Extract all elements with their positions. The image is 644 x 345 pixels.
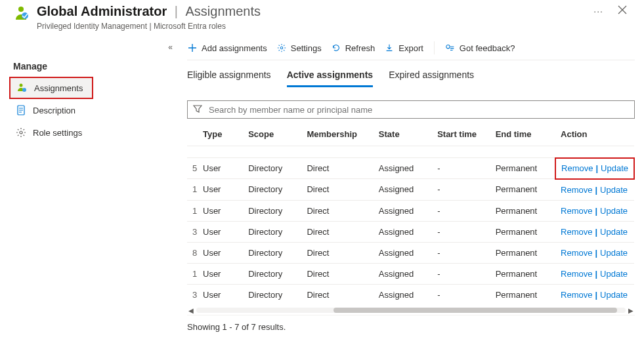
update-link[interactable]: Update — [600, 206, 628, 216]
export-button[interactable]: Export — [384, 43, 423, 53]
results-count: Showing 1 - 7 of 7 results. — [187, 315, 635, 332]
more-menu[interactable]: ··· — [591, 6, 606, 16]
cell-scope: Directory — [243, 242, 301, 263]
remove-link[interactable]: Remove — [561, 206, 592, 216]
col-scope[interactable]: Scope — [243, 123, 301, 146]
sidebar-item-role-settings[interactable]: Role settings — [9, 121, 181, 144]
cell-end: Permanent — [490, 221, 555, 242]
col-membership[interactable]: Membership — [301, 123, 373, 146]
remove-link[interactable]: Remove — [561, 269, 592, 279]
update-link[interactable]: Update — [600, 269, 628, 279]
horizontal-scrollbar[interactable]: ◀ ▶ — [187, 306, 635, 315]
toolbar-label: Refresh — [345, 43, 376, 53]
remove-link[interactable]: Remove — [561, 248, 592, 258]
cell-end: Permanent — [490, 179, 555, 201]
table-row[interactable]: 8UserDirectoryDirectAssigned-PermanentRe… — [187, 242, 634, 263]
tab-expired[interactable]: Expired assignments — [389, 70, 474, 87]
scroll-thumb[interactable] — [333, 308, 617, 313]
cell-scope: Directory — [243, 221, 301, 242]
cell-action: Remove|Update — [555, 158, 634, 179]
cell-scope: Directory — [243, 200, 301, 221]
cell-type: User — [198, 200, 243, 221]
page-title: Assignments — [186, 4, 261, 18]
add-assignments-button[interactable]: Add assignments — [187, 43, 267, 53]
scroll-right-icon[interactable]: ▶ — [627, 307, 635, 314]
update-link[interactable]: Update — [601, 163, 628, 173]
document-icon — [16, 105, 26, 115]
cell-membership: Direct — [301, 263, 373, 284]
feedback-icon — [445, 43, 456, 53]
cell-start: - — [432, 200, 490, 221]
sidebar-item-label: Assignments — [34, 83, 83, 93]
gear-icon — [276, 43, 287, 53]
cell-membership: Direct — [301, 221, 373, 242]
sidebar-item-assignments[interactable]: Assignments — [9, 77, 93, 99]
table-row[interactable]: 3UserDirectoryDirectAssigned-PermanentRe… — [187, 284, 634, 305]
row-index: 3 — [187, 221, 198, 242]
collapse-sidebar-icon[interactable]: « — [168, 43, 173, 52]
table-row[interactable]: 1UserDirectoryDirectAssigned-PermanentRe… — [187, 200, 634, 221]
role-title: Global Administrator — [37, 4, 167, 18]
refresh-button[interactable]: Refresh — [331, 43, 376, 53]
cell-scope: Directory — [243, 284, 301, 305]
cell-membership: Direct — [301, 242, 373, 263]
blade-header: Global Administrator | Assignments Privi… — [0, 0, 644, 35]
cell-end: Permanent — [490, 242, 555, 263]
cell-start: - — [432, 221, 490, 242]
sidebar-section-manage: Manage — [9, 52, 181, 77]
svg-point-0 — [18, 7, 24, 12]
table-row[interactable]: 3UserDirectoryDirectAssigned-PermanentRe… — [187, 221, 634, 242]
row-index: 1 — [187, 263, 198, 284]
page-title-line: Global Administrator | Assignments — [37, 4, 591, 19]
table-row[interactable]: 5UserDirectoryDirectAssigned-PermanentRe… — [187, 158, 634, 179]
cell-end: Permanent — [490, 263, 555, 284]
cell-end: Permanent — [490, 158, 555, 179]
remove-link[interactable]: Remove — [561, 185, 592, 195]
cell-start: - — [432, 179, 490, 201]
sidebar: « Manage Assignments — [0, 35, 181, 345]
col-state[interactable]: State — [374, 123, 432, 146]
cell-scope: Directory — [243, 263, 301, 284]
cell-membership: Direct — [301, 158, 373, 179]
update-link[interactable]: Update — [600, 248, 628, 258]
remove-link[interactable]: Remove — [561, 163, 593, 173]
settings-button[interactable]: Settings — [276, 43, 322, 53]
sidebar-item-label: Description — [33, 106, 75, 115]
cell-type: User — [198, 158, 243, 179]
cell-start: - — [432, 158, 490, 179]
search-input-wrapper[interactable] — [187, 100, 635, 119]
table-row[interactable]: 1UserDirectoryDirectAssigned-PermanentRe… — [187, 263, 634, 284]
search-input[interactable] — [207, 104, 629, 115]
table-row[interactable]: 1UserDirectoryDirectAssigned-PermanentRe… — [187, 179, 634, 201]
cell-state: Assigned — [374, 221, 432, 242]
col-action[interactable]: Action — [555, 123, 634, 146]
tab-active[interactable]: Active assignments — [287, 70, 374, 87]
cell-start: - — [432, 284, 490, 305]
scroll-left-icon[interactable]: ◀ — [187, 307, 195, 314]
cell-membership: Direct — [301, 179, 373, 201]
svg-point-8 — [20, 131, 22, 134]
update-link[interactable]: Update — [600, 185, 628, 195]
tab-eligible[interactable]: Eligible assignments — [187, 70, 271, 87]
feedback-button[interactable]: Got feedback? — [445, 43, 515, 53]
remove-link[interactable]: Remove — [561, 227, 592, 237]
svg-point-10 — [446, 45, 450, 49]
cell-start: - — [432, 242, 490, 263]
cell-state: Assigned — [374, 158, 432, 179]
scroll-track[interactable] — [196, 308, 626, 313]
update-link[interactable]: Update — [600, 290, 628, 300]
refresh-icon — [331, 43, 341, 53]
toolbar-divider — [434, 41, 435, 54]
cell-scope: Directory — [243, 179, 301, 201]
col-start[interactable]: Start time — [432, 123, 490, 146]
update-link[interactable]: Update — [600, 227, 628, 237]
cell-start: - — [432, 263, 490, 284]
cell-type: User — [198, 284, 243, 305]
breadcrumb: Privileged Identity Management | Microso… — [37, 22, 591, 31]
close-icon[interactable] — [615, 5, 630, 17]
remove-link[interactable]: Remove — [561, 290, 592, 300]
sidebar-item-description[interactable]: Description — [9, 99, 181, 121]
col-end[interactable]: End time — [490, 123, 555, 146]
row-index: 1 — [187, 200, 198, 221]
col-type[interactable]: Type — [198, 123, 243, 146]
